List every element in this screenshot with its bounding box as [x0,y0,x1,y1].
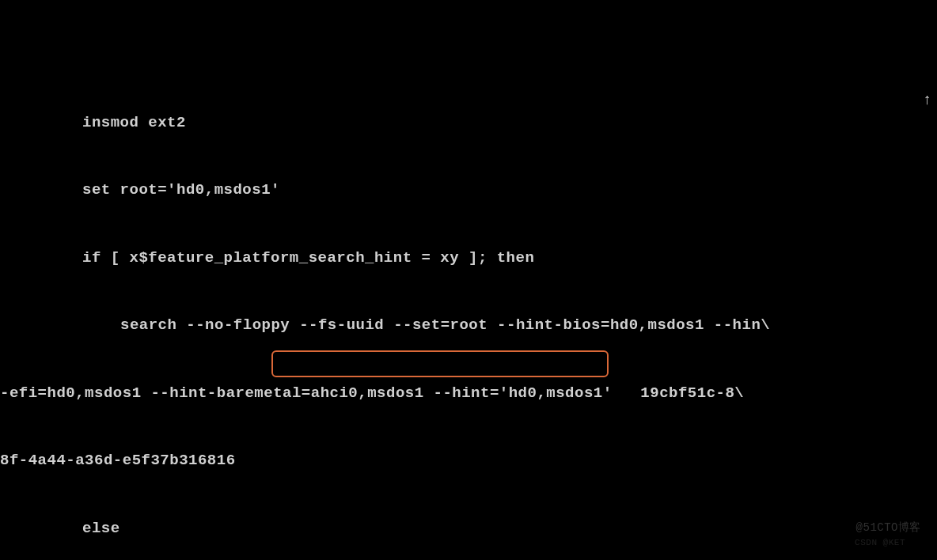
watermark-secondary: CSDN @KET [855,536,905,550]
grub-line: search --no-floppy --fs-uuid --set=root … [0,314,937,337]
grub-line: if [ x$feature_platform_search_hint = xy… [0,247,937,270]
grub-line: insmod ext2 [0,112,937,134]
grub-editor[interactable]: ↑ insmod ext2 set root='hd0,msdos1' if [… [0,44,937,560]
watermark: @51CTO博客 [856,520,921,536]
grub-line: -efi=hd0,msdos1 --hint-baremetal=ahci0,m… [0,382,937,405]
grub-line: 8f-4a44-a36d-e5f37b316816 [0,449,937,472]
grub-line: set root='hd0,msdos1' [0,179,937,202]
scroll-up-indicator: ↑ [923,89,932,112]
annotation-highlight-box [271,350,609,377]
grub-line: else [0,517,937,540]
